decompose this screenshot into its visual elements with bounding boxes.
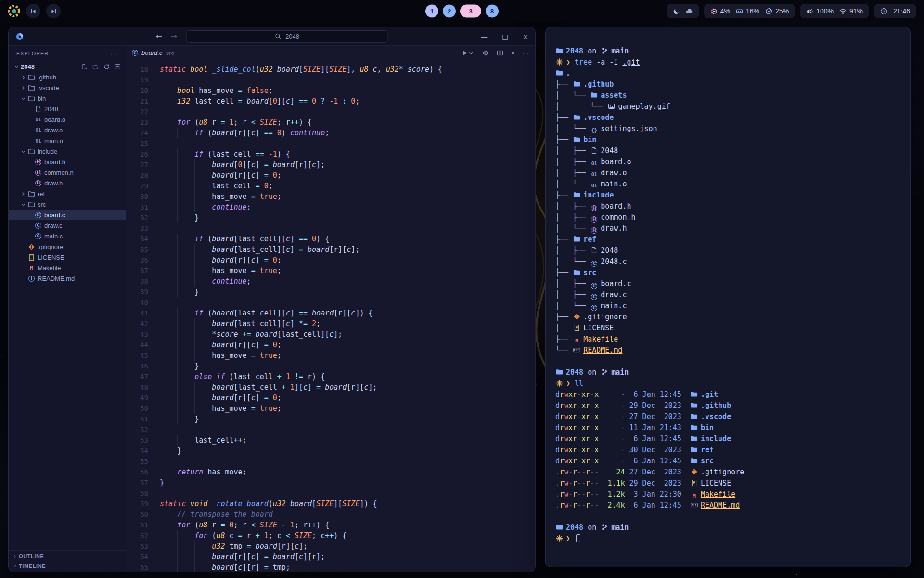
- code-line-65[interactable]: 65board[c][r] = tmp;: [126, 562, 535, 572]
- code-line-59[interactable]: 59static void _rotate_board(u32 board[SI…: [126, 499, 535, 509]
- command-center-search[interactable]: 2048: [186, 30, 388, 43]
- code-line-32[interactable]: 32}: [126, 212, 535, 223]
- refresh-icon[interactable]: [103, 64, 110, 70]
- code-editor[interactable]: 18static bool _slide_col(u32 board[SIZE]…: [126, 60, 535, 572]
- workspace-1[interactable]: 1: [425, 5, 438, 18]
- code-line-35[interactable]: 35board[last_cell][c] = board[r][c];: [126, 244, 535, 255]
- system-stats-widget[interactable]: 4% 16% 25%: [704, 4, 795, 18]
- code-line-39[interactable]: 39}: [126, 287, 535, 297]
- code-line-18[interactable]: 18static bool _slide_col(u32 board[SIZE]…: [126, 64, 535, 75]
- explorer-item-2048[interactable]: 2048: [9, 104, 126, 114]
- explorer-item-bin[interactable]: bin: [9, 93, 126, 104]
- code-line-57[interactable]: 57}: [126, 477, 535, 488]
- weather-widget[interactable]: [667, 4, 699, 18]
- explorer-item-.gitignore[interactable]: .gitignore: [9, 241, 126, 252]
- audio-network-widget[interactable]: 100% 91%: [800, 4, 869, 18]
- explorer-item-ref[interactable]: ref: [9, 188, 126, 199]
- code-line-49[interactable]: 49board[r][c] = 0;: [126, 393, 535, 403]
- code-line-37[interactable]: 37has_move = true;: [126, 265, 535, 276]
- explorer-item-README.md[interactable]: iREADME.md: [9, 273, 126, 284]
- code-line-28[interactable]: 28board[r][c] = 0;: [126, 170, 535, 181]
- workspace-3-active[interactable]: 3: [460, 5, 481, 18]
- code-line-27[interactable]: 27board[0][c] = board[r][c];: [126, 159, 535, 170]
- launcher-icon[interactable]: [8, 5, 20, 17]
- code-line-51[interactable]: 51}: [126, 414, 535, 424]
- code-line-48[interactable]: 48board[last_cell + 1][c] = board[r][c];: [126, 382, 535, 393]
- code-line-41[interactable]: 41if (board[last_cell][c] == board[r][c]…: [126, 308, 535, 318]
- settings-gear-icon[interactable]: [482, 50, 489, 56]
- explorer-more-icon[interactable]: ···: [110, 50, 118, 57]
- explorer-item-.vscode[interactable]: .vscode: [9, 82, 126, 93]
- code-line-63[interactable]: 63u32 tmp = board[r][c];: [126, 541, 535, 552]
- explorer-item-board.o[interactable]: 01board.o: [9, 114, 126, 125]
- outline-section[interactable]: OUTLINE: [9, 552, 126, 561]
- nav-forward-button[interactable]: →: [171, 32, 177, 41]
- code-line-46[interactable]: 46}: [126, 361, 535, 371]
- tab-board-c[interactable]: C board.c src: [132, 49, 174, 56]
- explorer-item-main.o[interactable]: 01main.o: [9, 135, 126, 146]
- explorer-item-common.h[interactable]: Hcommon.h: [9, 167, 126, 178]
- code-line-26[interactable]: 26if (last_cell == -1) {: [126, 149, 535, 159]
- clock-widget[interactable]: 21:46: [874, 4, 916, 18]
- code-line-25[interactable]: 25: [126, 138, 535, 149]
- close-button[interactable]: ×: [523, 33, 528, 40]
- code-line-62[interactable]: 62for (u8 c = r + 1; c < SIZE; c++) {: [126, 530, 535, 541]
- code-line-43[interactable]: 43*score += board[last_cell][c];: [126, 329, 535, 340]
- explorer-item-.github[interactable]: .github: [9, 72, 126, 82]
- code-line-36[interactable]: 36board[r][c] = 0;: [126, 255, 535, 265]
- timeline-section[interactable]: TIMELINE: [9, 561, 126, 571]
- explorer-item-main.c[interactable]: Cmain.c: [9, 231, 126, 241]
- code-line-60[interactable]: 60// transpose the board: [126, 509, 535, 520]
- code-line-31[interactable]: 31continue;: [126, 202, 535, 212]
- code-line-45[interactable]: 45has_move = true;: [126, 350, 535, 361]
- explorer-item-2048[interactable]: 2048: [9, 61, 126, 72]
- code-line-61[interactable]: 61for (u8 r = 0; r < SIZE - 1; r++) {: [126, 520, 535, 530]
- code-line-40[interactable]: 40: [126, 297, 535, 308]
- code-line-50[interactable]: 50has_move = true;: [126, 403, 535, 414]
- code-line-42[interactable]: 42board[last_cell][c] *= 2;: [126, 318, 535, 329]
- more-actions-icon[interactable]: ⋯: [523, 49, 529, 57]
- code-line-20[interactable]: 20bool has_move = false;: [126, 85, 535, 96]
- explorer-item-draw.o[interactable]: 01draw.o: [9, 125, 126, 135]
- explorer-item-include[interactable]: include: [9, 146, 126, 157]
- workspace-8[interactable]: 8: [486, 5, 499, 18]
- code-line-24[interactable]: 24if (board[r][c] == 0) continue;: [126, 128, 535, 138]
- code-line-52[interactable]: 52: [126, 424, 535, 435]
- collapse-all-icon[interactable]: [115, 64, 121, 70]
- code-line-44[interactable]: 44board[r][c] = 0;: [126, 340, 535, 350]
- workspace-2[interactable]: 2: [443, 5, 456, 18]
- explorer-item-draw.c[interactable]: Cdraw.c: [9, 220, 126, 231]
- code-line-38[interactable]: 38continue;: [126, 276, 535, 287]
- code-line-30[interactable]: 30has_move = true;: [126, 191, 535, 202]
- explorer-item-src[interactable]: src: [9, 199, 126, 210]
- new-folder-icon[interactable]: [92, 64, 99, 70]
- terminal-window[interactable]: 2048 on main❯ tree -a -I .git.├── .githu…: [545, 27, 911, 567]
- code-line-55[interactable]: 55: [126, 456, 535, 467]
- explorer-item-board.h[interactable]: Hboard.h: [9, 157, 126, 167]
- close-editor-icon[interactable]: ×: [511, 49, 515, 57]
- run-button[interactable]: [462, 50, 475, 56]
- code-line-64[interactable]: 64board[r][c] = board[c][r];: [126, 552, 535, 562]
- explorer-item-board.c[interactable]: Cboard.c: [9, 210, 126, 220]
- explorer-item-Makefile[interactable]: MMakefile: [9, 263, 126, 273]
- code-line-19[interactable]: 19: [126, 75, 535, 85]
- code-line-29[interactable]: 29last_cell = 0;: [126, 181, 535, 191]
- nav-back-button[interactable]: ←: [156, 32, 162, 41]
- code-line-23[interactable]: 23for (u8 r = 1; r < SIZE; r++) {: [126, 117, 535, 128]
- minimize-button[interactable]: —: [481, 33, 488, 40]
- split-editor-icon[interactable]: [497, 50, 503, 56]
- code-line-58[interactable]: 58: [126, 488, 535, 499]
- code-line-56[interactable]: 56return has_move;: [126, 467, 535, 477]
- code-line-54[interactable]: 54}: [126, 446, 535, 456]
- explorer-item-draw.h[interactable]: Hdraw.h: [9, 178, 126, 188]
- explorer-item-LICENSE[interactable]: LICENSE: [9, 252, 126, 263]
- media-next-button[interactable]: [46, 4, 61, 18]
- maximize-button[interactable]: □: [502, 33, 508, 40]
- code-line-22[interactable]: 22: [126, 106, 535, 117]
- media-previous-button[interactable]: [26, 4, 40, 18]
- code-line-53[interactable]: 53last_cell++;: [126, 435, 535, 446]
- code-line-21[interactable]: 21i32 last_cell = board[0][c] == 0 ? -1 …: [126, 96, 535, 106]
- new-file-icon[interactable]: [81, 64, 88, 70]
- code-line-47[interactable]: 47else if (last_cell + 1 != r) {: [126, 371, 535, 382]
- code-line-33[interactable]: 33: [126, 223, 535, 234]
